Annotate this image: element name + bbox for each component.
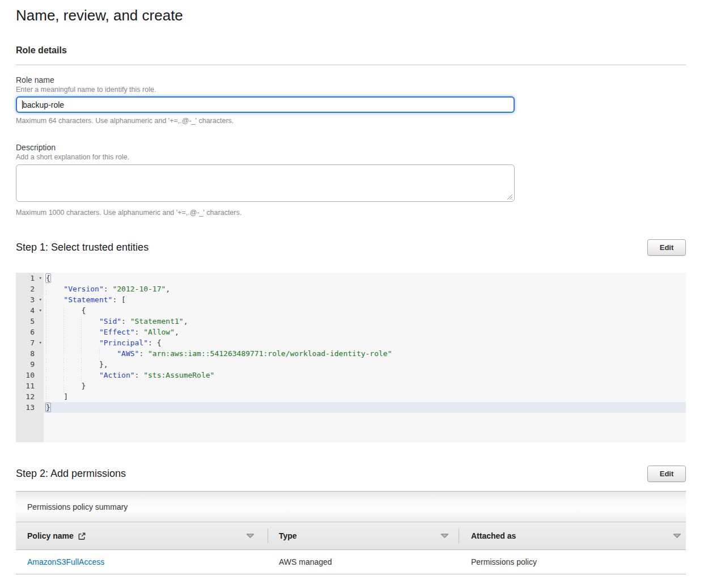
code-line: "Principal": { <box>44 337 686 348</box>
section-divider <box>16 65 686 65</box>
line-number: 5 <box>16 316 44 327</box>
line-number: 12 <box>16 391 44 402</box>
description-help: Add a short explanation for this role. <box>16 153 686 161</box>
line-number: 11 <box>16 380 44 391</box>
code-line: ] <box>44 391 686 402</box>
code-line: "Effect": "Allow", <box>44 327 686 337</box>
code-line: } <box>44 402 686 413</box>
column-header-attached-as: Attached as <box>459 522 686 549</box>
editor-code-area[interactable]: { "Version": "2012-10-17", "Statement": … <box>44 273 686 442</box>
description-label: Description <box>16 143 686 152</box>
table-header-row: Policy name Type <box>16 522 686 550</box>
filter-dropdown-icon[interactable] <box>246 534 255 539</box>
step2-header: Step 2: Add permissions Edit <box>16 466 686 482</box>
code-fold-arrow-icon[interactable]: ▾ <box>39 273 42 284</box>
column-header-label: Policy name <box>27 531 74 540</box>
line-number: 4▾ <box>16 305 44 316</box>
role-name-input-wrap <box>16 96 515 113</box>
column-header-label: Attached as <box>471 531 516 540</box>
permissions-panel-title: Permissions policy summary <box>16 491 686 522</box>
resize-handle-icon[interactable] <box>507 194 513 200</box>
step2-edit-button[interactable]: Edit <box>647 466 686 482</box>
line-number: 6 <box>16 327 44 337</box>
create-role-review-page: Name, review, and create Role details Ro… <box>0 6 704 574</box>
code-fold-arrow-icon[interactable]: ▾ <box>39 337 42 348</box>
filter-dropdown-icon[interactable] <box>440 534 449 539</box>
line-number: 3▾ <box>16 294 44 305</box>
role-name-label: Role name <box>16 75 686 84</box>
role-name-hint: Maximum 64 characters. Use alphanumeric … <box>16 117 686 125</box>
editor-gutter: 1▾23▾4▾567▾8910111213 <box>16 273 44 442</box>
editor-caret <box>50 403 52 411</box>
description-hint: Maximum 1000 characters. Use alphanumeri… <box>16 209 686 217</box>
filter-dropdown-icon[interactable] <box>673 534 681 539</box>
step1-title: Step 1: Select trusted entities <box>16 242 149 253</box>
code-line: { <box>44 305 686 316</box>
role-details-heading: Role details <box>16 45 686 56</box>
trust-policy-code-editor[interactable]: 1▾23▾4▾567▾8910111213 { "Version": "2012… <box>16 273 686 442</box>
column-header-policy-name: Policy name <box>16 522 268 549</box>
page-title: Name, review, and create <box>16 6 686 25</box>
line-number: 2 <box>16 284 44 294</box>
code-fold-arrow-icon[interactable]: ▾ <box>39 305 42 316</box>
text-caret <box>22 100 23 109</box>
policy-name-cell: AmazonS3FullAccess <box>16 557 268 566</box>
code-line: "Sid": "Statement1", <box>44 316 686 327</box>
line-number: 8 <box>16 348 44 359</box>
code-line: } <box>44 380 686 391</box>
code-line: "Statement": [ <box>44 294 686 305</box>
policy-type-cell: AWS managed <box>268 557 459 566</box>
permissions-summary-panel: Permissions policy summary Policy name <box>16 491 686 574</box>
code-line: "Version": "2012-10-17", <box>44 284 686 294</box>
policy-name-link[interactable]: AmazonS3FullAccess <box>27 557 104 566</box>
line-number: 10 <box>16 370 44 380</box>
description-textarea[interactable] <box>16 164 515 202</box>
column-header-label: Type <box>279 531 297 540</box>
table-row: AmazonS3FullAccess AWS managed Permissio… <box>16 550 686 574</box>
column-header-type: Type <box>268 522 459 549</box>
line-number: 1▾ <box>16 273 44 284</box>
line-number: 7▾ <box>16 337 44 348</box>
line-number: 13 <box>16 402 44 413</box>
code-fold-arrow-icon[interactable]: ▾ <box>39 294 42 305</box>
code-line: "Action": "sts:AssumeRole" <box>44 370 686 380</box>
description-textarea-wrap <box>16 164 515 202</box>
attached-as-cell: Permissions policy <box>459 557 686 566</box>
code-line: }, <box>44 359 686 370</box>
line-number: 9 <box>16 359 44 370</box>
code-line: { <box>44 273 686 284</box>
step1-header: Step 1: Select trusted entities Edit <box>16 239 686 256</box>
role-name-help: Enter a meaningful name to identify this… <box>16 86 686 94</box>
step2-title: Step 2: Add permissions <box>16 468 126 480</box>
role-name-input[interactable] <box>16 96 515 113</box>
step1-edit-button[interactable]: Edit <box>647 239 686 256</box>
code-line: "AWS": "arn:aws:iam::541263489771:role/w… <box>44 348 686 359</box>
external-link-icon <box>78 532 86 540</box>
